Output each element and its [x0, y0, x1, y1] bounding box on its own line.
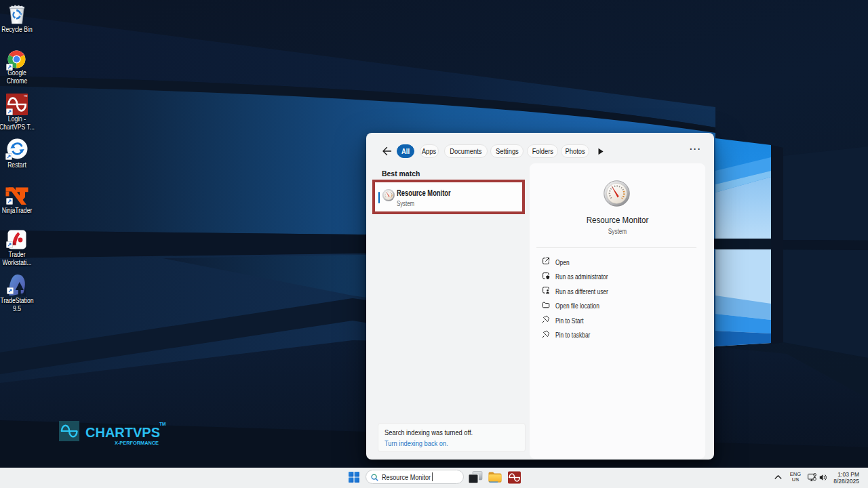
svg-text:TM: TM [24, 95, 27, 98]
